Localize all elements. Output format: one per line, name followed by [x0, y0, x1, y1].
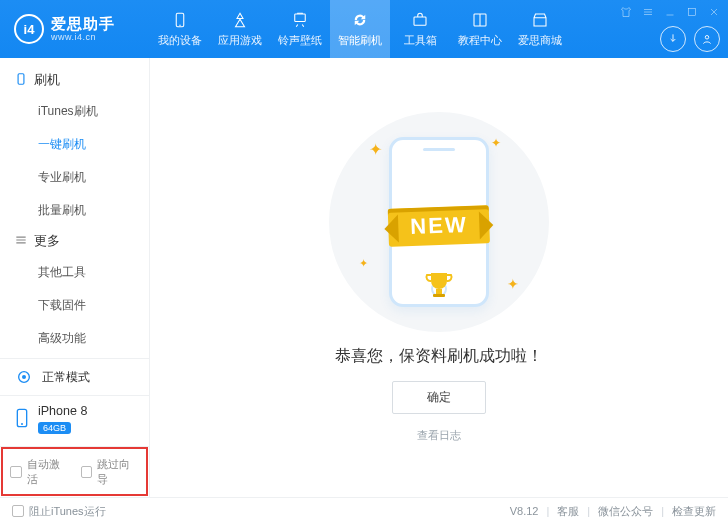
- svg-point-9: [21, 423, 23, 425]
- nav-label: 我的设备: [158, 33, 202, 48]
- app-window: i4 爱思助手 www.i4.cn 我的设备应用游戏铃声壁纸智能刷机工具箱教程中…: [0, 0, 728, 524]
- prevent-itunes-label: 阻止iTunes运行: [29, 504, 106, 519]
- brand-logo-icon: i4: [14, 14, 44, 44]
- sidebar-group-title: 更多: [34, 233, 60, 250]
- auto-activate-checkbox[interactable]: 自动激活: [10, 457, 69, 487]
- sparkle-icon: ✦: [507, 276, 519, 292]
- svg-point-7: [22, 375, 26, 379]
- sidebar-bottom: 正常模式 iPhone 8 64GB 自动激活 跳过向导: [0, 358, 149, 497]
- sidebar-item-itunes[interactable]: iTunes刷机: [0, 95, 149, 128]
- sidebar-scroll: 刷机iTunes刷机一键刷机专业刷机批量刷机更多其他工具下载固件高级功能: [0, 58, 149, 358]
- sparkle-icon: ✦: [491, 136, 501, 150]
- svg-rect-2: [414, 17, 426, 25]
- sidebar-item-adv[interactable]: 高级功能: [0, 322, 149, 355]
- check-update-link[interactable]: 检查更新: [672, 504, 716, 519]
- phone-icon: [170, 10, 190, 30]
- minimize-icon[interactable]: [662, 4, 678, 20]
- svg-rect-10: [436, 289, 442, 294]
- prevent-itunes-checkbox[interactable]: 阻止iTunes运行: [12, 504, 106, 519]
- nav-tutorial[interactable]: 教程中心: [450, 0, 510, 58]
- main-content: ✦ ✦ ✦ ✦ NEW 恭喜您，保资料刷机成功啦！ 确定 查看日志: [150, 58, 728, 497]
- ribbon-text: NEW: [388, 206, 491, 248]
- device-mode-label: 正常模式: [42, 369, 90, 386]
- flash-options-row: 自动激活 跳过向导: [0, 446, 149, 497]
- wechat-link[interactable]: 微信公众号: [598, 504, 653, 519]
- user-icon[interactable]: [694, 26, 720, 52]
- brand-url: www.i4.cn: [51, 32, 115, 42]
- close-icon[interactable]: [706, 4, 722, 20]
- device-mode-row[interactable]: 正常模式: [0, 359, 149, 396]
- nav-flash[interactable]: 智能刷机: [330, 0, 390, 58]
- ok-button[interactable]: 确定: [392, 381, 486, 414]
- sidebar-item-oneclick[interactable]: 一键刷机: [0, 128, 149, 161]
- sidebar-item-pro[interactable]: 专业刷机: [0, 161, 149, 194]
- device-storage-badge: 64GB: [38, 422, 71, 434]
- new-ribbon: NEW: [388, 206, 491, 248]
- svg-rect-3: [689, 9, 696, 16]
- nav-label: 铃声壁纸: [278, 33, 322, 48]
- nav-label: 应用游戏: [218, 33, 262, 48]
- view-log-link[interactable]: 查看日志: [417, 428, 461, 443]
- nav-tools[interactable]: 工具箱: [390, 0, 450, 58]
- nav-label: 教程中心: [458, 33, 502, 48]
- apps-icon: [230, 10, 250, 30]
- separator: |: [653, 505, 672, 517]
- mode-icon: [14, 367, 34, 387]
- toolbox-icon: [410, 10, 430, 30]
- titlebar-right-icons: [660, 26, 720, 52]
- svg-rect-5: [18, 74, 24, 85]
- separator: |: [579, 505, 598, 517]
- status-bar: 阻止iTunes运行 V8.12 | 客服 | 微信公众号 | 检查更新: [0, 497, 728, 524]
- brand-name: 爱思助手: [51, 15, 115, 32]
- book-icon: [470, 10, 490, 30]
- svg-rect-11: [433, 294, 445, 297]
- sparkle-icon: ✦: [359, 257, 368, 270]
- sparkle-icon: ✦: [369, 140, 382, 159]
- skip-guide-checkbox[interactable]: 跳过向导: [81, 457, 140, 487]
- sidebar-item-other[interactable]: 其他工具: [0, 256, 149, 289]
- body: 刷机iTunes刷机一键刷机专业刷机批量刷机更多其他工具下载固件高级功能 正常模…: [0, 58, 728, 497]
- sidebar: 刷机iTunes刷机一键刷机专业刷机批量刷机更多其他工具下载固件高级功能 正常模…: [0, 58, 150, 497]
- top-nav: 我的设备应用游戏铃声壁纸智能刷机工具箱教程中心爱思商城: [150, 0, 570, 58]
- nav-device[interactable]: 我的设备: [150, 0, 210, 58]
- music-icon: [290, 10, 310, 30]
- hero-illustration: ✦ ✦ ✦ ✦ NEW: [329, 112, 549, 332]
- success-headline: 恭喜您，保资料刷机成功啦！: [335, 346, 543, 367]
- nav-label: 智能刷机: [338, 33, 382, 48]
- skip-guide-label: 跳过向导: [97, 457, 139, 487]
- download-icon[interactable]: [660, 26, 686, 52]
- nav-store[interactable]: 爱思商城: [510, 0, 570, 58]
- brand: i4 爱思助手 www.i4.cn: [0, 0, 150, 58]
- nav-label: 工具箱: [404, 33, 437, 48]
- nav-apps[interactable]: 应用游戏: [210, 0, 270, 58]
- sidebar-group-header: 更多: [0, 227, 149, 256]
- menu-icon: [14, 233, 28, 250]
- skin-icon[interactable]: [618, 4, 634, 20]
- checkbox-icon: [10, 466, 22, 478]
- sidebar-group-header: 刷机: [0, 66, 149, 95]
- svg-point-4: [705, 36, 709, 40]
- nav-ring[interactable]: 铃声壁纸: [270, 0, 330, 58]
- brand-text: 爱思助手 www.i4.cn: [51, 15, 115, 43]
- maximize-icon[interactable]: [684, 4, 700, 20]
- device-text: iPhone 8 64GB: [38, 404, 87, 434]
- window-controls: [618, 4, 722, 20]
- menu-icon[interactable]: [640, 4, 656, 20]
- sidebar-item-fw[interactable]: 下载固件: [0, 289, 149, 322]
- version-label: V8.12: [510, 505, 539, 517]
- support-link[interactable]: 客服: [557, 504, 579, 519]
- refresh-icon: [350, 10, 370, 30]
- status-bar-right: V8.12 | 客服 | 微信公众号 | 检查更新: [510, 504, 716, 519]
- device-row[interactable]: iPhone 8 64GB: [0, 396, 149, 446]
- separator: |: [538, 505, 557, 517]
- titlebar: i4 爱思助手 www.i4.cn 我的设备应用游戏铃声壁纸智能刷机工具箱教程中…: [0, 0, 728, 58]
- checkbox-icon: [81, 466, 93, 478]
- store-icon: [530, 10, 550, 30]
- trophy-icon: [422, 270, 456, 304]
- svg-rect-1: [295, 14, 306, 22]
- auto-activate-label: 自动激活: [27, 457, 69, 487]
- sidebar-group-title: 刷机: [34, 72, 60, 89]
- sidebar-item-batch[interactable]: 批量刷机: [0, 194, 149, 227]
- device-icon: [14, 408, 30, 431]
- checkbox-icon: [12, 505, 24, 517]
